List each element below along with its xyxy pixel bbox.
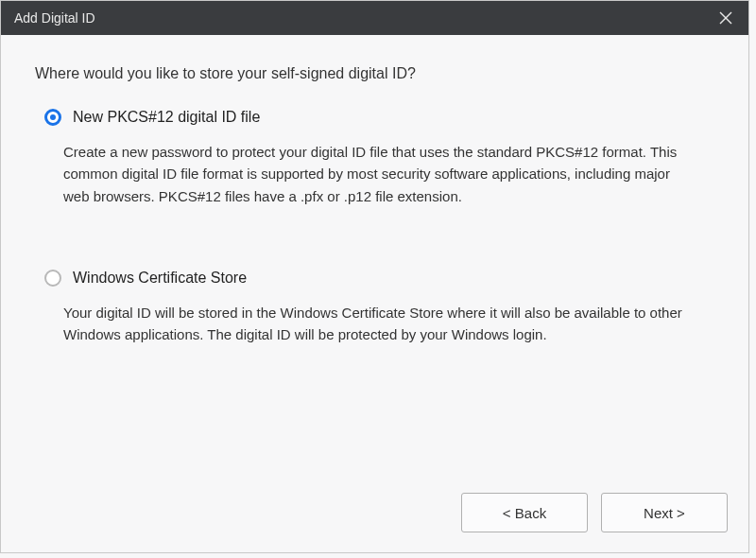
option-windows-cert-store-label: Windows Certificate Store [73, 270, 247, 287]
add-digital-id-dialog: Add Digital ID Where would you like to s… [0, 0, 749, 553]
option-windows-cert-store-description: Your digital ID will be stored in the Wi… [44, 302, 714, 346]
option-windows-cert-store-header[interactable]: Windows Certificate Store [44, 270, 714, 287]
close-button[interactable] [713, 5, 739, 31]
option-pkcs12-header[interactable]: New PKCS#12 digital ID file [44, 109, 714, 126]
dialog-footer: < Back Next > [1, 482, 748, 552]
close-icon [719, 11, 732, 25]
dialog-content: Where would you like to store your self-… [1, 35, 748, 482]
option-pkcs12-label: New PKCS#12 digital ID file [73, 109, 260, 126]
back-button[interactable]: < Back [461, 493, 588, 532]
option-windows-cert-store: Windows Certificate Store Your digital I… [35, 270, 714, 346]
radio-pkcs12[interactable] [44, 109, 61, 126]
option-pkcs12: New PKCS#12 digital ID file Create a new… [35, 109, 714, 207]
prompt-text: Where would you like to store your self-… [35, 65, 714, 82]
dialog-title: Add Digital ID [14, 10, 95, 26]
radio-windows-cert-store[interactable] [44, 270, 61, 287]
titlebar: Add Digital ID [1, 1, 748, 35]
next-button[interactable]: Next > [601, 493, 728, 532]
option-pkcs12-description: Create a new password to protect your di… [44, 141, 714, 207]
